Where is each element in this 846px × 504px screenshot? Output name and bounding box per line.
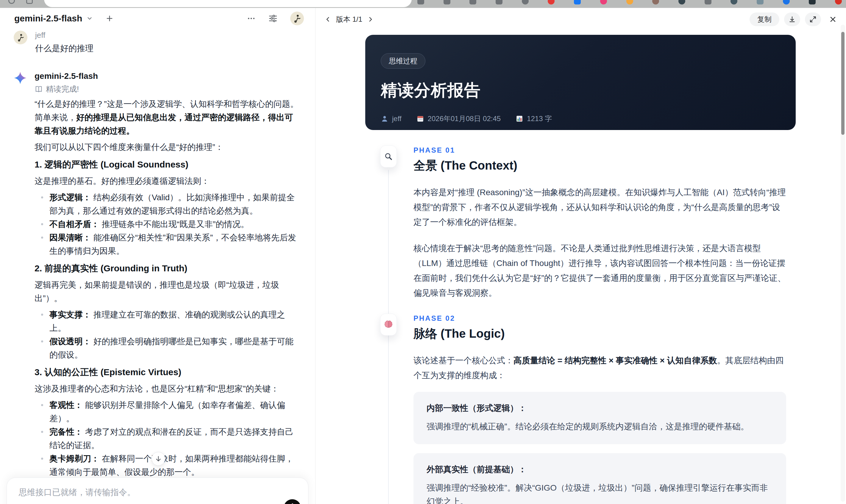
paragraph: 这是推理的基石。好的推理必须遵循逻辑法则：: [35, 174, 301, 188]
report-title: 精读分析报告: [381, 79, 780, 102]
artifact-actions: 复制: [750, 13, 837, 26]
chevron-left-icon[interactable]: [325, 16, 331, 23]
card-title: 内部一致性（形式逻辑）：: [427, 402, 773, 414]
list-item: 形式逻辑： 结构必须有效（Valid）。比如演绎推理中，如果前提全部为真，那么通…: [35, 191, 301, 217]
puzzle-icon[interactable]: [705, 0, 711, 4]
phase-paragraph: 核心情境在于解决“思考的随意性”问题。不论是人类通过批判性思维进行决策，还是大语…: [413, 241, 786, 301]
browser-profile-icon[interactable]: [835, 0, 842, 4]
user-avatar[interactable]: [290, 12, 304, 25]
scrollbar-track[interactable]: [841, 25, 845, 502]
extension-icon[interactable]: [809, 0, 816, 4]
card-body: 强调推理的“经验校准”。解决“GIGO（垃圾进，垃圾出）”问题，确保推理引擎运行…: [427, 481, 773, 504]
report-author: jeff: [381, 114, 402, 123]
browser-address-bar[interactable]: [44, 0, 412, 7]
bullet-list: 形式逻辑： 结构必须有效（Valid）。比如演绎推理中，如果前提全部为真，那么通…: [35, 191, 301, 258]
settings-gear-icon[interactable]: [730, 0, 737, 4]
paragraph: 这涉及推理者的心态和方法论，也是区分“杠精”和“思想家”的关键：: [35, 382, 301, 395]
close-icon[interactable]: [829, 15, 837, 23]
browser-extensions-row: [417, 0, 842, 4]
assistant-response: “什么是好的推理？”这是一个涉及逻辑学、认知科学和哲学核心的问题。简单来说，好的…: [35, 97, 301, 504]
dimension-cards: 内部一致性（形式逻辑）： 强调推理的“机械正确”。结论必须在给定的规则系统内逻辑…: [413, 392, 791, 504]
report-phases: PHASE 01 全景 (The Context) 本内容是对“推理 (Reas…: [380, 146, 838, 504]
phase-title: 脉络 (The Logic): [413, 325, 791, 342]
card-title: 外部真实性（前提基础）：: [427, 464, 773, 475]
bullet-dot: [41, 313, 43, 316]
composer-placeholder: 思维接口已就绪，请传输指令。: [19, 487, 296, 498]
conversation-scroll-area[interactable]: jeff 什么是好的推理: [0, 26, 315, 504]
section-heading: 2. 前提的真实性 (Grounding in Truth): [35, 262, 301, 275]
search-extension-icon[interactable]: [470, 0, 476, 4]
list-item: 客观性： 能够识别并尽量排除个人偏见（如幸存者偏差、确认偏差）。: [35, 398, 301, 425]
browser-toolbar: [0, 0, 846, 8]
section-heading: 1. 逻辑的严密性 (Logical Soundness): [35, 158, 301, 172]
report-date: 2026年01月08日 02:45: [417, 114, 501, 124]
extension-icon[interactable]: [678, 0, 685, 4]
version-navigator: 版本 1/1: [325, 15, 374, 24]
bookmark-extension-icon[interactable]: [496, 0, 503, 4]
download-button[interactable]: [784, 13, 800, 26]
browser-reload-icon[interactable]: [8, 0, 15, 4]
bullet-list: 事实支撑： 推理建立在可靠的数据、准确的观测或公认的真理之上。 假设透明： 好的…: [35, 308, 301, 361]
book-icon: [35, 85, 43, 93]
bullet-dot: [41, 431, 43, 433]
chevron-down-icon: [86, 15, 93, 22]
report-type-badge: 思维过程: [381, 53, 425, 69]
scroll-to-bottom-button[interactable]: [152, 452, 165, 466]
more-options-button[interactable]: [247, 14, 256, 23]
phase-section: PHASE 02 脉络 (The Logic) 该论述基于一个核心公式：高质量结…: [380, 314, 791, 504]
card-body: 强调推理的“机械正确”。结论必须在给定的规则系统内逻辑自洽，这是推理的硬件基础。: [427, 420, 773, 433]
list-item: 完备性： 考虑了对立的观点和潜在的反证，而不是只选择支持自己结论的证据。: [35, 425, 301, 452]
extension-icon[interactable]: [652, 0, 659, 4]
phase-label: PHASE 01: [413, 146, 791, 155]
list-item: 假设透明： 好的推理会明确指明哪些是已知事实，哪些是基于可能的假设。: [35, 335, 301, 361]
gemini-star-icon: [14, 71, 27, 85]
conversation-header: gemini-2.5-flash: [0, 8, 315, 26]
browser-tab-groups-icon[interactable]: [26, 0, 33, 4]
chevron-right-icon[interactable]: [367, 16, 374, 23]
user-avatar: [14, 31, 28, 44]
reading-list-icon[interactable]: [417, 0, 424, 4]
settings-sliders-button[interactable]: [268, 14, 278, 23]
scrollbar-thumb[interactable]: [841, 32, 845, 135]
extension-icon[interactable]: [548, 0, 554, 4]
bullet-dot: [41, 404, 43, 406]
bar-chart-icon: [515, 115, 523, 123]
assistant-status: 精读完成!: [35, 84, 301, 94]
phase-paragraph: 该论述基于一个核心公式：高质量结论 = 结构完整性 × 事实准确性 × 认知自律…: [413, 353, 786, 383]
extension-icon[interactable]: [600, 0, 607, 4]
calendar-icon: [417, 115, 424, 123]
assistant-status-text: 精读完成!: [46, 84, 79, 94]
user-message: jeff 什么是好的推理: [14, 31, 301, 54]
extension-icon[interactable]: [626, 0, 633, 4]
new-chat-button[interactable]: [105, 14, 114, 23]
version-label: 版本 1/1: [336, 15, 362, 24]
extension-icon[interactable]: [574, 0, 581, 4]
artifact-content[interactable]: 思维过程 精读分析报告 jeff 2: [316, 31, 838, 504]
list-item: 因果清晰： 能准确区分“相关性”和“因果关系”，不会轻率地将先后发生的事情归为因…: [35, 231, 301, 258]
voice-input-button[interactable]: [284, 499, 301, 504]
list-item: 事实支撑： 推理建立在可靠的数据、准确的观测或公认的真理之上。: [35, 308, 301, 335]
model-selector-dropdown[interactable]: gemini-2.5-flash: [14, 13, 93, 23]
copy-button[interactable]: 复制: [750, 13, 779, 26]
bullet-dot: [41, 457, 43, 460]
phase-label: PHASE 02: [413, 314, 791, 323]
bullet-list: 客观性： 能够识别并尽量排除个人偏见（如幸存者偏差、确认偏差）。 完备性： 考虑…: [35, 398, 301, 479]
expand-fullscreen-button[interactable]: [805, 13, 821, 26]
extension-icon[interactable]: [522, 0, 529, 4]
screen: gemini-2.5-flash: [0, 0, 846, 504]
app-window: gemini-2.5-flash: [0, 8, 846, 504]
paragraph: “什么是好的推理？”这是一个涉及逻辑学、认知科学和哲学核心的问题。简单来说，好的…: [35, 97, 301, 138]
artifact-panel: 版本 1/1 复制: [316, 8, 846, 504]
dimension-card: 内部一致性（形式逻辑）： 强调推理的“机械正确”。结论必须在给定的规则系统内逻辑…: [413, 392, 786, 444]
extension-icon[interactable]: [757, 0, 763, 4]
download-extension-icon[interactable]: [443, 0, 451, 4]
conversation-title: gemini-2.5-flash: [14, 13, 82, 23]
list-item: 奥卡姆剃刀： 在解释同一个现象时，如果两种推理都能站得住脚，通常倾向于最简单、假…: [35, 452, 301, 479]
phase-title: 全景 (The Context): [413, 157, 791, 174]
report-word-count: 1213 字: [515, 114, 552, 124]
message-composer[interactable]: 思维接口已就绪，请传输指令。: [6, 478, 309, 504]
bullet-dot: [41, 196, 43, 198]
list-item: 不自相矛盾： 推理链条中不能出现“既是又非”的情况。: [35, 217, 301, 231]
paragraph: 我们可以从以下四个维度来衡量什么是“好的推理”：: [35, 140, 301, 154]
extension-icon[interactable]: [783, 0, 790, 4]
